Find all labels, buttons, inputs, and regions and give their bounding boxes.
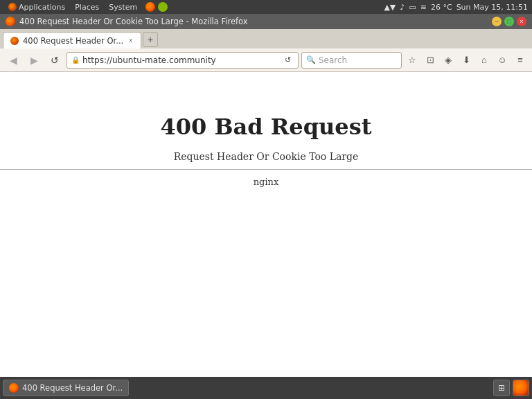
home-nav-icon[interactable]: ⌂: [477, 53, 492, 68]
datetime-label: Sun May 15, 11:51: [456, 3, 528, 12]
system-bar-right: ▲▼ ♪ ▭ ≋ 26 °C Sun May 15, 11:51: [384, 3, 528, 12]
back-button[interactable]: ◀: [4, 51, 22, 69]
taskbar-right-btn-2[interactable]: [513, 380, 529, 396]
forward-button[interactable]: ▶: [25, 51, 43, 69]
error-divider: [0, 169, 532, 170]
url-bar[interactable]: 🔒 https://ubuntu-mate.community ↺: [66, 52, 299, 69]
bookmark-icon[interactable]: ☆: [405, 53, 420, 68]
close-button[interactable]: ×: [517, 17, 526, 26]
window-controls[interactable]: – □ ×: [492, 17, 526, 26]
lock-icon: 🔒: [71, 56, 80, 64]
network-icon: ▲▼: [384, 3, 396, 12]
system-menu[interactable]: System: [105, 0, 141, 14]
taskbar-item-label: 400 Request Header Or...: [22, 383, 123, 393]
nav-bar: ◀ ▶ ↺ 🔒 https://ubuntu-mate.community ↺ …: [0, 48, 532, 72]
window-firefox-icon: [6, 17, 15, 26]
applications-menu[interactable]: Applications: [4, 0, 69, 14]
firefox-icon: [145, 2, 155, 12]
taskbar-item[interactable]: 400 Request Header Or...: [3, 380, 129, 396]
error-heading: 400 Bad Request: [161, 114, 372, 140]
battery-icon: ▭: [409, 3, 416, 12]
signal-icon: ≋: [420, 3, 427, 12]
tab-label: 400 Request Header Or...: [23, 36, 123, 46]
browser-content: 400 Bad Request Request Header Or Cookie…: [0, 72, 532, 377]
mate-icon: [158, 2, 168, 12]
title-bar-title: 400 Request Header Or Cookie Too Large -…: [6, 17, 248, 26]
pocket-icon[interactable]: ◈: [441, 53, 456, 68]
error-server: nginx: [254, 177, 279, 187]
tab-bar: 400 Request Header Or... × +: [0, 29, 532, 48]
smiley-icon[interactable]: ☺: [495, 53, 510, 68]
reload-url-button[interactable]: ↺: [281, 54, 294, 66]
volume-icon: ♪: [400, 3, 405, 12]
search-icon: 🔍: [306, 55, 316, 64]
taskbar-firefox-icon: [9, 383, 19, 393]
new-tab-button[interactable]: +: [143, 32, 158, 47]
minimize-button[interactable]: –: [492, 17, 502, 26]
places-menu[interactable]: Places: [71, 0, 103, 14]
maximize-button[interactable]: □: [504, 17, 514, 26]
places-label: Places: [75, 3, 99, 12]
taskbar-right-btn-1[interactable]: ⊞: [493, 380, 510, 396]
title-bar: 400 Request Header Or Cookie Too Large -…: [0, 14, 532, 29]
reader-icon[interactable]: ⊡: [423, 53, 438, 68]
reload-button[interactable]: ↺: [46, 51, 64, 69]
menu-icon[interactable]: ≡: [513, 53, 528, 68]
tab-close-button[interactable]: ×: [127, 36, 134, 46]
system-bar-left: Applications Places System: [4, 0, 168, 14]
search-bar[interactable]: 🔍 Search: [301, 52, 402, 69]
firefox-small-icon: [8, 3, 17, 11]
tab-firefox-icon: [10, 37, 19, 45]
search-placeholder: Search: [319, 55, 347, 65]
applications-label: Applications: [19, 3, 65, 12]
url-text: https://ubuntu-mate.community: [82, 55, 278, 65]
active-tab[interactable]: 400 Request Header Or... ×: [3, 32, 141, 48]
taskbar: 400 Request Header Or... ⊞: [0, 377, 532, 399]
system-bar: Applications Places System ▲▼ ♪ ▭ ≋ 26 °…: [0, 0, 532, 14]
download-icon[interactable]: ⬇: [459, 53, 474, 68]
taskbar-right: ⊞: [493, 380, 529, 396]
system-label: System: [109, 3, 137, 12]
temperature-label: 26 °C: [431, 3, 452, 12]
error-subheading: Request Header Or Cookie Too Large: [174, 151, 359, 162]
window-title-text: 400 Request Header Or Cookie Too Large -…: [19, 17, 248, 26]
